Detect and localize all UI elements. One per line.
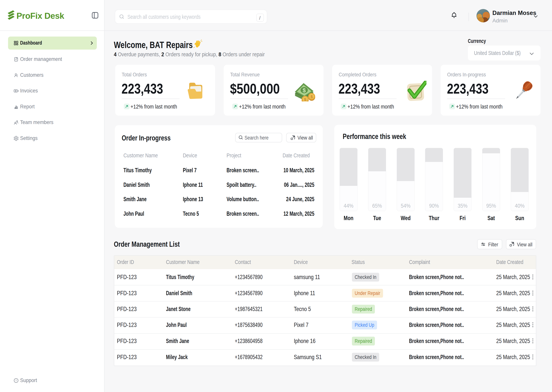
svg-text:$: $ xyxy=(311,94,313,99)
svg-text:$: $ xyxy=(304,97,306,101)
svg-text:$: $ xyxy=(303,87,306,93)
